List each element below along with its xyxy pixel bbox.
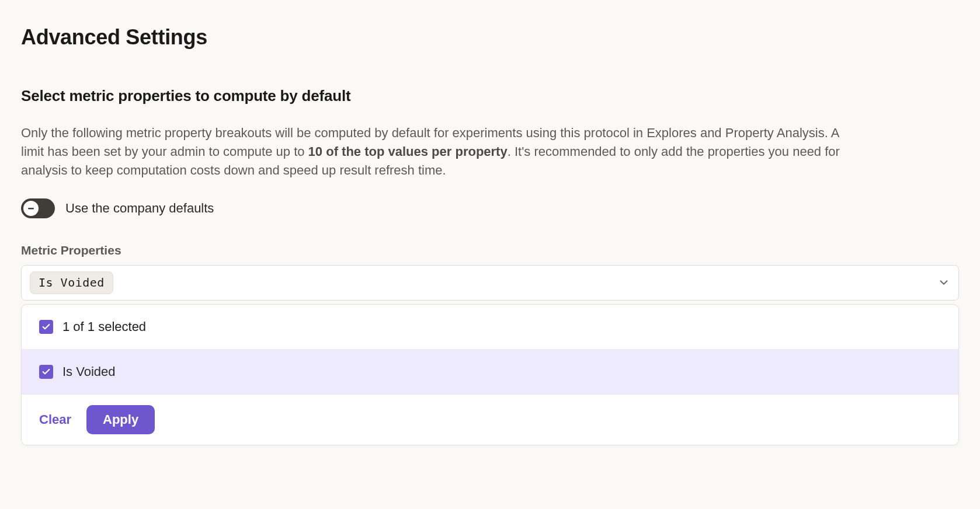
description-bold: 10 of the top values per property xyxy=(308,144,508,159)
metric-properties-label: Metric Properties xyxy=(21,242,959,259)
metric-properties-field: Metric Properties Is Voided 1 of 1 selec… xyxy=(21,242,959,445)
section-heading: Select metric properties to compute by d… xyxy=(21,85,959,107)
metric-properties-dropdown: 1 of 1 selected Is Voided Clear Apply xyxy=(21,304,959,445)
dropdown-summary-text: 1 of 1 selected xyxy=(62,318,146,336)
minus-icon xyxy=(27,204,35,212)
metric-properties-select[interactable]: Is Voided xyxy=(21,265,959,301)
clear-button[interactable]: Clear xyxy=(37,406,74,433)
dropdown-select-all-row[interactable]: 1 of 1 selected xyxy=(22,305,958,350)
use-company-defaults-label: Use the company defaults xyxy=(65,199,214,218)
chevron-down-icon xyxy=(937,276,950,289)
section-description: Only the following metric property break… xyxy=(21,124,850,180)
option-checkbox[interactable] xyxy=(39,365,53,379)
check-icon xyxy=(41,367,51,376)
toggle-knob xyxy=(23,201,39,216)
use-company-defaults-row: Use the company defaults xyxy=(21,198,959,218)
selected-chip-is-voided[interactable]: Is Voided xyxy=(30,271,113,294)
use-company-defaults-toggle[interactable] xyxy=(21,198,55,218)
option-label: Is Voided xyxy=(62,362,116,381)
apply-button[interactable]: Apply xyxy=(86,405,155,434)
svg-rect-0 xyxy=(28,208,34,210)
check-icon xyxy=(41,322,51,332)
select-all-checkbox[interactable] xyxy=(39,320,53,334)
page-title: Advanced Settings xyxy=(21,22,959,53)
dropdown-option-is-voided[interactable]: Is Voided xyxy=(22,350,958,394)
dropdown-footer: Clear Apply xyxy=(22,394,958,445)
